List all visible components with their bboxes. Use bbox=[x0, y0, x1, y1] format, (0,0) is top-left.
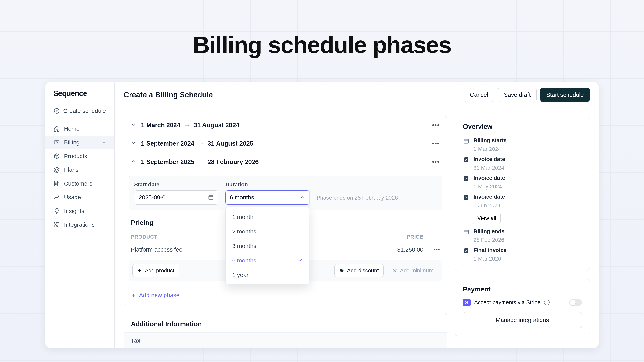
timeline-date: 1 Mar 2026 bbox=[463, 256, 582, 262]
duration-option[interactable]: 6 months bbox=[226, 253, 309, 268]
timeline-label: Invoice date bbox=[474, 175, 505, 181]
timeline-label: Invoice date bbox=[474, 156, 505, 162]
arrow-icon: → bbox=[194, 140, 208, 147]
chevron-down-icon bbox=[131, 140, 136, 147]
product-price: $1,250.00 bbox=[360, 246, 432, 253]
nav-customers[interactable]: Customers bbox=[45, 177, 114, 191]
duration-select[interactable]: 6 months bbox=[225, 191, 310, 205]
add-phase-button[interactable]: Add new phase bbox=[124, 286, 447, 305]
trend-icon bbox=[54, 194, 60, 201]
nav-label: Home bbox=[64, 125, 80, 132]
duration-option[interactable]: 1 year bbox=[226, 268, 309, 282]
sidebar-nav: Home Billing Products Plans bbox=[45, 122, 114, 232]
nav-billing[interactable]: Billing bbox=[45, 135, 114, 149]
duration-option[interactable]: 2 months bbox=[226, 224, 309, 239]
timeline-label: Billing starts bbox=[474, 137, 507, 144]
view-all-button[interactable]: View all bbox=[473, 213, 500, 224]
svg-rect-10 bbox=[464, 230, 468, 234]
duration-option-label: 2 months bbox=[232, 228, 256, 235]
ellipsis-vertical-icon: ⋮ bbox=[465, 216, 468, 220]
phase-date-block: Start date 2025-09-01 Duration bbox=[128, 176, 442, 210]
chevron-down-icon bbox=[102, 194, 106, 201]
nav-label: Products bbox=[64, 153, 87, 159]
chevron-down-icon bbox=[102, 139, 106, 146]
nav-label: Plans bbox=[64, 166, 79, 173]
invoice-icon bbox=[463, 194, 470, 201]
nav-label: Usage bbox=[64, 194, 81, 201]
cancel-button[interactable]: Cancel bbox=[464, 88, 494, 102]
phase-row-3[interactable]: 1 September 2025 → 28 February 2026 ••• bbox=[124, 153, 447, 171]
phases-card: 1 March 2024 → 31 August 2024 ••• 1 Sept… bbox=[124, 116, 447, 305]
phase-start: 1 March 2024 bbox=[141, 121, 180, 129]
nav-plans[interactable]: Plans bbox=[45, 163, 114, 177]
phase-row-1[interactable]: 1 March 2024 → 31 August 2024 ••• bbox=[124, 116, 447, 134]
topbar: Create a Billing Schedule Cancel Save dr… bbox=[115, 82, 599, 108]
layers-icon bbox=[392, 268, 397, 273]
phase-menu-button[interactable]: ••• bbox=[432, 158, 440, 165]
duration-option[interactable]: 3 months bbox=[226, 239, 309, 253]
create-schedule-label: Create schedule bbox=[63, 108, 106, 114]
invoice-icon bbox=[463, 247, 470, 254]
nav-home[interactable]: Home bbox=[45, 122, 114, 135]
stripe-toggle[interactable] bbox=[569, 299, 582, 306]
add-minimum-label: Add minimum bbox=[400, 267, 434, 274]
arrow-icon: → bbox=[180, 121, 194, 129]
start-schedule-button[interactable]: Start schedule bbox=[540, 88, 590, 102]
nav-label: Billing bbox=[64, 139, 80, 146]
col-price: PRICE bbox=[360, 234, 432, 240]
duration-option-label: 1 year bbox=[232, 272, 248, 278]
duration-option[interactable]: 1 month bbox=[226, 210, 309, 224]
box-icon bbox=[54, 153, 60, 159]
phase-end: 28 February 2026 bbox=[208, 158, 259, 165]
arrow-icon: → bbox=[194, 158, 208, 165]
timeline: Billing starts1 Mar 2024Invoice date31 M… bbox=[455, 134, 590, 271]
manage-integrations-button[interactable]: Manage integrations bbox=[463, 312, 582, 328]
main: Create a Billing Schedule Cancel Save dr… bbox=[115, 82, 599, 348]
phase-menu-button[interactable]: ••• bbox=[432, 121, 440, 129]
add-product-button[interactable]: Add product bbox=[132, 264, 179, 277]
timeline-item: Billing starts bbox=[463, 136, 582, 145]
timeline-date: 28 Feb 2026 bbox=[463, 237, 582, 243]
chevron-up-icon bbox=[131, 158, 136, 165]
svg-point-2 bbox=[56, 142, 57, 143]
timeline-label: Final invoice bbox=[474, 247, 507, 253]
chevron-down-icon bbox=[131, 121, 136, 129]
timeline-item: Invoice date bbox=[463, 193, 582, 202]
calendar-icon bbox=[463, 229, 470, 235]
duration-label: Duration bbox=[225, 182, 310, 188]
nav-usage[interactable]: Usage bbox=[45, 191, 114, 204]
home-icon bbox=[54, 125, 60, 132]
row-menu-button[interactable]: ••• bbox=[432, 246, 440, 253]
stripe-icon: S bbox=[463, 298, 471, 306]
duration-value: 6 months bbox=[230, 194, 254, 201]
create-schedule-button[interactable]: Create schedule bbox=[45, 104, 114, 118]
duration-option-label: 1 month bbox=[232, 214, 253, 220]
nav-insights[interactable]: Insights bbox=[45, 204, 114, 218]
svg-point-5 bbox=[340, 270, 341, 270]
add-phase-label: Add new phase bbox=[139, 292, 180, 298]
plus-icon bbox=[131, 293, 136, 298]
add-minimum-button[interactable]: Add minimum bbox=[388, 264, 438, 277]
nav-products[interactable]: Products bbox=[45, 149, 114, 163]
add-discount-button[interactable]: Add discount bbox=[334, 264, 384, 277]
start-date-input[interactable]: 2025-09-01 bbox=[134, 191, 218, 205]
nav-label: Insights bbox=[64, 208, 84, 214]
phase-row-2[interactable]: 1 September 2024 → 31 August 2025 ••• bbox=[124, 134, 447, 153]
phase-menu-button[interactable]: ••• bbox=[432, 140, 440, 147]
calendar-icon bbox=[463, 138, 470, 144]
chevron-up-icon bbox=[300, 195, 305, 200]
layers-icon bbox=[54, 166, 60, 173]
invoice-icon bbox=[463, 175, 470, 182]
phase-ends-text: Phase ends on 28 February 2026 bbox=[316, 195, 398, 205]
info-icon[interactable]: i bbox=[544, 300, 550, 305]
start-date-label: Start date bbox=[134, 182, 218, 188]
save-draft-button[interactable]: Save draft bbox=[498, 88, 536, 102]
nav-label: Integrations bbox=[64, 221, 95, 228]
svg-rect-6 bbox=[464, 139, 468, 143]
tax-row[interactable]: Tax bbox=[124, 332, 447, 348]
phase-start: 1 September 2025 bbox=[141, 158, 194, 165]
payment-heading: Payment bbox=[455, 279, 590, 297]
svg-rect-4 bbox=[209, 196, 213, 200]
nav-integrations[interactable]: Integrations bbox=[45, 218, 114, 232]
svg-rect-3 bbox=[54, 181, 57, 186]
